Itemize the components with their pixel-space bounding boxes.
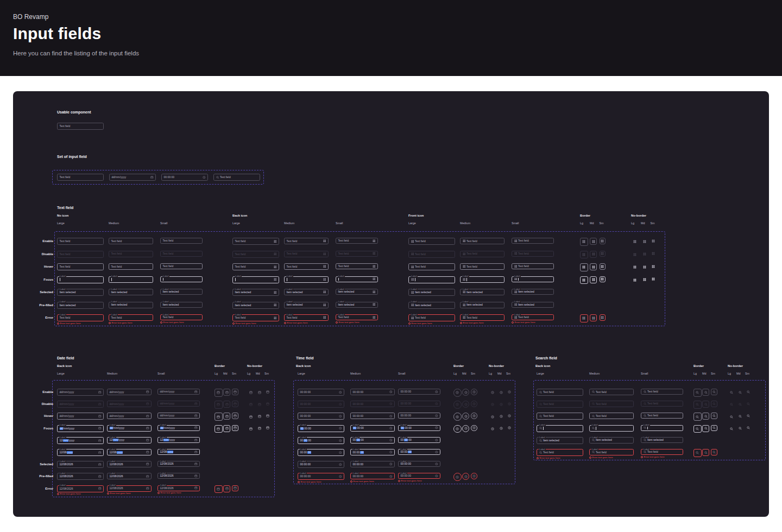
calendar-icon-button[interactable] (264, 413, 271, 419)
grid-icon-button[interactable] (641, 276, 648, 283)
time-field-input[interactable]: 00:00:00 (398, 389, 440, 395)
grid-icon-button[interactable] (631, 251, 639, 259)
text-field-input[interactable]: LabelItem selected (460, 302, 504, 308)
search-icon-button[interactable] (711, 401, 717, 407)
date-field-input[interactable]: Label12/08/2026 (107, 473, 152, 479)
clock-icon-button[interactable] (453, 401, 462, 409)
text-field-input[interactable]: Label (284, 276, 329, 283)
calendar-icon-button[interactable] (247, 425, 255, 433)
clock-icon-button[interactable] (471, 425, 477, 432)
clock-icon-button[interactable] (497, 401, 504, 408)
clock-icon-button[interactable] (506, 401, 513, 407)
grid-icon-button[interactable] (600, 263, 606, 270)
search-icon-button[interactable] (693, 389, 702, 397)
grid-icon-button[interactable] (651, 263, 657, 270)
clock-icon-button[interactable] (471, 413, 477, 419)
clock-icon-button[interactable] (453, 425, 462, 433)
search-icon-button[interactable] (702, 413, 709, 420)
time-field-input[interactable]: 00:00:00 (298, 401, 344, 408)
date-field-input[interactable]: Label12/08/yyyy (57, 449, 104, 456)
grid-icon-button[interactable] (590, 238, 597, 245)
text-field-input[interactable]: LabelItem selected (160, 302, 203, 308)
calendar-icon-button[interactable] (264, 389, 271, 395)
text-field-input[interactable]: LabelText fieldError text goes here (109, 314, 153, 324)
time-field-input[interactable]: Label00:00:00 (398, 449, 440, 455)
search-field-input[interactable]: Text field (537, 389, 583, 396)
text-field-input[interactable]: LabelItem selected (57, 289, 104, 296)
text-field-input[interactable]: Text field (109, 263, 153, 270)
text-field-input[interactable]: Text field (512, 251, 554, 257)
text-field-input[interactable]: LabelItem selected (57, 302, 104, 309)
calendar-icon-button[interactable] (232, 425, 238, 432)
text-field-input[interactable]: Label (109, 276, 153, 283)
date-field-input[interactable]: dd/mm/yyyy (107, 413, 152, 419)
search-icon-button[interactable] (711, 425, 717, 432)
search-icon-button[interactable] (693, 449, 702, 457)
search-field-input[interactable]: Text field (537, 401, 583, 408)
search-icon-button[interactable] (736, 389, 743, 396)
date-field-input[interactable]: Label12/08/2026Error text goes here (107, 485, 152, 495)
date-field-input[interactable]: Label12/mm/yyyy (107, 437, 152, 444)
text-field-input[interactable]: Label (232, 276, 279, 283)
grid-icon-button[interactable] (580, 314, 588, 322)
date-field-input[interactable]: Label12/08/yyyy (107, 449, 152, 455)
calendar-icon-button[interactable] (247, 413, 255, 421)
clock-icon-button[interactable] (471, 389, 477, 395)
text-field-input[interactable]: LabelItem selected (232, 302, 279, 309)
date-field-input[interactable]: Label12/08/2026 (57, 461, 104, 468)
date-field-input[interactable]: Label12/mm/yyyy (57, 437, 104, 444)
text-field-input[interactable]: LabelText fieldError text goes here (57, 314, 104, 325)
grid-icon-button[interactable] (651, 238, 657, 244)
time-field-input[interactable]: 00:00:00 (398, 401, 440, 407)
text-field-input[interactable]: LabelItem selected (160, 289, 203, 295)
date-field-input[interactable]: Label12/08/2026 (157, 473, 200, 479)
text-field-input[interactable]: Text field (232, 251, 279, 258)
date-field-input[interactable]: Label12/08/2026 (107, 461, 152, 467)
grid-icon-button[interactable] (580, 276, 588, 284)
text-field-input[interactable]: LabelItem selected (109, 302, 153, 308)
grid-icon-button[interactable] (600, 314, 606, 321)
search-icon-button[interactable] (728, 425, 736, 433)
text-field-input[interactable]: Text field (460, 238, 504, 244)
search-icon-button[interactable] (693, 413, 702, 421)
calendar-icon-button[interactable] (232, 401, 238, 407)
date-field-input[interactable]: dd/mm/yyyy (157, 401, 200, 407)
calendar-icon-button[interactable] (223, 389, 230, 396)
calendar-icon-button[interactable] (264, 401, 271, 407)
search-field-input[interactable]: LabelText fieldError text goes here (641, 449, 683, 458)
time-field-input[interactable]: Label00:00:00 (298, 425, 344, 432)
text-field-input[interactable]: LabelItem selected (460, 289, 504, 295)
time-field-input[interactable]: Label00:00:00 (350, 449, 395, 455)
date-field-input[interactable]: dd/mm/yyyy (107, 389, 152, 395)
clock-icon-button[interactable] (453, 413, 462, 421)
clock-icon-button[interactable] (489, 413, 497, 421)
text-field-input[interactable]: LabelItem selected (336, 289, 378, 295)
clock-icon-button[interactable] (471, 473, 477, 479)
time-field-input[interactable]: 00:00:00 (161, 174, 208, 181)
time-field-input[interactable]: Label00:00:00 (398, 425, 440, 431)
grid-icon-button[interactable] (580, 251, 588, 259)
search-field-input[interactable]: LabelText fieldError text goes here (537, 449, 583, 459)
clock-icon-button[interactable] (471, 401, 477, 407)
date-field-input[interactable]: dd/mm/yyyy (109, 174, 156, 181)
text-field-input[interactable]: Text field (57, 238, 104, 245)
text-field-input[interactable]: Text field (284, 238, 329, 244)
date-field-input[interactable]: dd/mm/yyyy (157, 389, 200, 395)
search-icon-button[interactable] (736, 425, 743, 432)
time-field-input[interactable]: Label00:00:00 (350, 461, 395, 467)
time-field-input[interactable]: 00:00:00 (298, 389, 344, 396)
search-field-input[interactable]: Label (537, 425, 583, 432)
search-field-input[interactable]: Text field (537, 413, 583, 420)
text-field-input[interactable]: LabelItem selected (284, 302, 329, 308)
search-field-input[interactable]: Text field (641, 413, 683, 419)
search-icon-button[interactable] (693, 425, 702, 433)
search-field-input[interactable]: LabelText fieldError text goes here (589, 449, 634, 459)
clock-icon-button[interactable] (462, 473, 469, 480)
calendar-icon-button[interactable] (264, 425, 271, 432)
clock-icon-button[interactable] (497, 425, 504, 432)
text-field-input[interactable]: LabelItem selected (512, 289, 554, 295)
grid-icon-button[interactable] (580, 263, 588, 271)
grid-icon-button[interactable] (590, 276, 597, 283)
time-field-input[interactable]: 00:00:00 (398, 413, 440, 419)
calendar-icon-button[interactable] (232, 389, 238, 395)
